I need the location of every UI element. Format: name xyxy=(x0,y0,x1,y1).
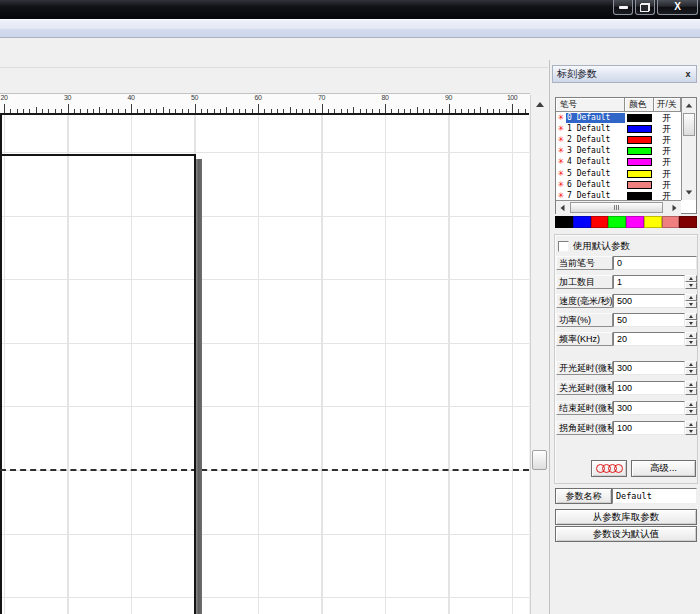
spinner-down-button[interactable] xyxy=(685,368,697,375)
get-params-from-library-button[interactable]: 从参数库取参数 xyxy=(555,509,697,525)
palette-color-swatch[interactable] xyxy=(626,216,644,228)
pen-color-cell xyxy=(625,170,654,178)
arrow-up-icon xyxy=(689,363,693,366)
parameter-field-row: 频率(KHz) xyxy=(556,332,697,346)
spinner-up-button[interactable] xyxy=(685,381,697,388)
minimize-icon xyxy=(619,6,628,9)
pen-table-scroll-right[interactable] xyxy=(669,203,680,213)
pen-table-column-header[interactable]: 颜色 xyxy=(625,98,654,112)
parameter-label: 结束延时(微秒) xyxy=(556,401,613,415)
minimize-button[interactable] xyxy=(613,0,633,15)
pen-color-cell xyxy=(625,136,654,144)
palette-color-swatch[interactable] xyxy=(573,216,591,228)
spinner-down-button[interactable] xyxy=(685,301,697,308)
spinner-up-button[interactable] xyxy=(685,401,697,408)
parameter-value-input[interactable] xyxy=(613,421,685,435)
palette-color-swatch[interactable] xyxy=(644,216,662,228)
pen-name: 0 Default xyxy=(566,113,625,123)
pen-table-column-header[interactable]: 开/关 xyxy=(654,98,681,112)
canvas-vertical-scrollbar[interactable] xyxy=(530,95,548,614)
spinner-down-button[interactable] xyxy=(685,320,697,327)
pen-table-row[interactable]: ✳1 Default开 xyxy=(556,123,681,134)
pen-asterisk-icon: ✳ xyxy=(556,192,566,200)
parameter-field-row: 拐角延时(微秒) xyxy=(556,421,697,435)
pen-table-row[interactable]: ✳5 Default开 xyxy=(556,168,681,179)
advanced-button[interactable]: 高级... xyxy=(631,460,696,477)
use-default-params-checkbox[interactable] xyxy=(558,241,569,252)
spinner-up-button[interactable] xyxy=(685,294,697,301)
palette-color-swatch[interactable] xyxy=(679,216,697,228)
panel-close-button[interactable]: x xyxy=(681,67,695,81)
arrow-up-icon xyxy=(689,423,693,426)
parameter-value-input[interactable] xyxy=(613,381,685,395)
parameter-value-input[interactable] xyxy=(613,256,697,270)
set-params-as-default-button[interactable]: 参数设为默认值 xyxy=(555,526,697,542)
spinner-down-button[interactable] xyxy=(685,428,697,435)
pen-color-swatch xyxy=(627,192,652,200)
spinner-down-button[interactable] xyxy=(685,388,697,395)
pen-color-swatch xyxy=(627,170,652,178)
grip-icon xyxy=(616,205,617,210)
parameter-value-input[interactable] xyxy=(613,275,685,289)
rectangle-object-right-edge[interactable] xyxy=(194,154,196,614)
pen-name: 4 Default xyxy=(566,157,625,167)
spinner-up-button[interactable] xyxy=(685,313,697,320)
scroll-up-button[interactable] xyxy=(533,97,547,111)
spinner-down-button[interactable] xyxy=(685,282,697,289)
drawing-canvas[interactable] xyxy=(0,113,529,614)
pen-table-row[interactable]: ✳6 Default开 xyxy=(556,179,681,190)
pen-table-column-header[interactable]: 笔号 xyxy=(556,98,625,112)
parameter-value-input[interactable] xyxy=(613,401,685,415)
spinner-up-button[interactable] xyxy=(685,361,697,368)
restore-button[interactable] xyxy=(635,0,655,15)
arrow-down-icon xyxy=(689,341,693,344)
ruler-tick xyxy=(4,104,5,113)
parameter-value-input[interactable] xyxy=(613,361,685,375)
pen-color-cell xyxy=(625,181,654,189)
param-name-field[interactable]: Default xyxy=(612,488,697,504)
application-window: X 2030405060708090100 标刻参数 x 笔号颜色开/关 ✳0 … xyxy=(0,0,700,614)
pen-table-scroll-down[interactable] xyxy=(683,186,695,198)
toolbar-divider xyxy=(0,67,548,68)
spinner-up-button[interactable] xyxy=(685,275,697,282)
spinner-down-button[interactable] xyxy=(685,408,697,415)
pen-table-hscroll-thumb[interactable] xyxy=(570,202,663,213)
pen-table-row[interactable]: ✳7 Default开 xyxy=(556,190,681,200)
palette-color-swatch[interactable] xyxy=(555,216,573,228)
pen-color-cell xyxy=(625,114,654,122)
pen-asterisk-icon: ✳ xyxy=(556,158,566,166)
close-button[interactable]: X xyxy=(657,0,698,15)
parameter-label: 拐角延时(微秒) xyxy=(556,421,613,435)
window-controls: X xyxy=(613,0,698,16)
rectangle-object-top-edge[interactable] xyxy=(0,154,196,156)
param-name-button[interactable]: 参数名称 xyxy=(555,488,612,504)
pen-on-off-state: 开 xyxy=(654,191,679,200)
red-light-rings-button[interactable] xyxy=(591,460,627,477)
parameter-value-input[interactable] xyxy=(613,294,685,308)
ruler-tick-label: 50 xyxy=(186,94,204,101)
parameter-field-row: 功率(%) xyxy=(556,313,697,327)
pen-name: 1 Default xyxy=(566,124,625,134)
pen-table-horizontal-scrollbar[interactable] xyxy=(556,200,681,214)
rectangle-shadow xyxy=(196,159,202,614)
spinner-up-button[interactable] xyxy=(685,421,697,428)
pen-table-vertical-scrollbar[interactable] xyxy=(681,98,696,200)
arrow-down-icon xyxy=(689,430,693,433)
palette-color-swatch[interactable] xyxy=(608,216,626,228)
vertical-scrollbar-thumb[interactable] xyxy=(532,450,547,470)
pen-table-row[interactable]: ✳0 Default开 xyxy=(556,112,681,123)
pen-table-row[interactable]: ✳3 Default开 xyxy=(556,146,681,157)
spinner-up-button[interactable] xyxy=(685,332,697,339)
pen-table-scroll-left[interactable] xyxy=(557,203,568,213)
pen-table-row[interactable]: ✳2 Default开 xyxy=(556,134,681,145)
parameter-value-input[interactable] xyxy=(613,332,685,346)
parameter-value-input[interactable] xyxy=(613,313,685,327)
pen-table-scroll-up[interactable] xyxy=(683,99,695,111)
spinner-down-button[interactable] xyxy=(685,339,697,346)
pen-asterisk-icon: ✳ xyxy=(556,170,566,178)
spinner-control xyxy=(685,381,697,395)
palette-color-swatch[interactable] xyxy=(662,216,680,228)
pen-table-vscroll-thumb[interactable] xyxy=(683,113,695,136)
pen-table-row[interactable]: ✳4 Default开 xyxy=(556,157,681,168)
palette-color-swatch[interactable] xyxy=(591,216,609,228)
